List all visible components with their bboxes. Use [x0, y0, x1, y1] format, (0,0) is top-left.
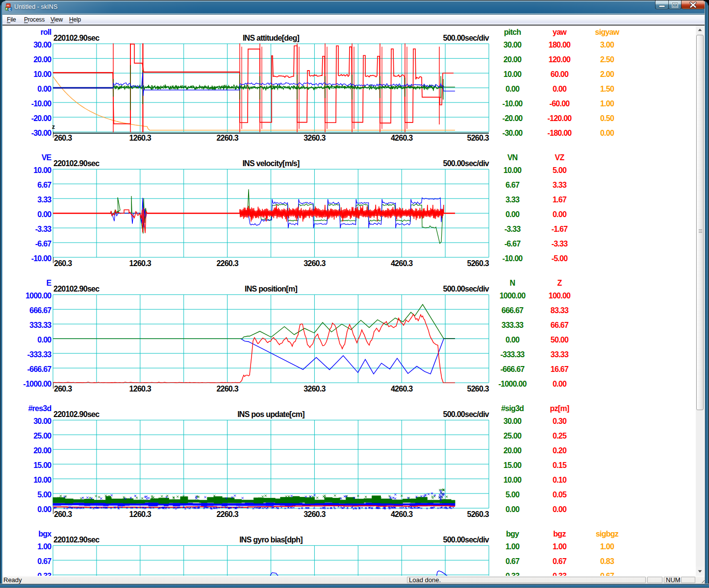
svg-text:0.00: 0.00 [506, 505, 520, 514]
svg-text:500.00sec/div: 500.00sec/div [443, 536, 489, 544]
svg-text:2.50: 2.50 [600, 55, 614, 64]
svg-text:4260.3: 4260.3 [391, 385, 413, 393]
svg-text:-3.33: -3.33 [552, 240, 568, 248]
svg-text:2260.3: 2260.3 [216, 385, 238, 393]
svg-text:0.67: 0.67 [506, 557, 520, 565]
svg-text:-1000.00: -1000.00 [23, 380, 51, 388]
svg-text:30.00: 30.00 [504, 41, 522, 49]
svg-text:500.00sec/div: 500.00sec/div [443, 285, 489, 293]
svg-text:0.00: 0.00 [37, 85, 51, 93]
svg-text:16.67: 16.67 [551, 365, 569, 373]
svg-text:50.00: 50.00 [551, 336, 569, 344]
svg-text:3.00: 3.00 [600, 41, 614, 49]
svg-text:20.00: 20.00 [504, 55, 522, 64]
svg-text:5.00: 5.00 [553, 166, 567, 174]
svg-text:1260.3: 1260.3 [129, 510, 152, 518]
svg-text:-3.33: -3.33 [35, 225, 52, 233]
svg-text:60.00: 60.00 [551, 70, 569, 78]
svg-text:15.00: 15.00 [33, 461, 51, 469]
svg-text:25.00: 25.00 [33, 432, 51, 440]
svg-text:yaw: yaw [553, 28, 567, 36]
svg-text:180.00: 180.00 [549, 41, 571, 49]
svg-text:VE: VE [42, 153, 52, 162]
svg-text:z: z [52, 123, 55, 130]
svg-text:0.00: 0.00 [553, 380, 567, 388]
svg-text:-1000.00: -1000.00 [498, 380, 527, 388]
svg-text:0.83: 0.83 [600, 557, 614, 565]
svg-text:260.3: 260.3 [54, 385, 72, 393]
svg-text:-666.67: -666.67 [500, 365, 525, 373]
svg-text:bgx: bgx [38, 530, 51, 538]
svg-text:333.33: 333.33 [29, 321, 51, 329]
svg-text:1.00: 1.00 [506, 542, 520, 551]
svg-text:0.25: 0.25 [553, 432, 567, 440]
svg-text:0.00: 0.00 [37, 210, 51, 219]
svg-text:#res3d: #res3d [28, 404, 51, 413]
svg-text:4260.3: 4260.3 [391, 510, 413, 518]
svg-text:-1.67: -1.67 [552, 225, 568, 233]
svg-text:1000.00: 1000.00 [500, 292, 526, 300]
svg-text:0.00: 0.00 [37, 336, 51, 344]
svg-text:220102.90sec: 220102.90sec [53, 410, 100, 418]
svg-text:bgy: bgy [506, 530, 519, 538]
svg-text:260.3: 260.3 [54, 510, 72, 518]
svg-text:-30.00: -30.00 [503, 129, 523, 137]
svg-text:Z: Z [557, 279, 562, 287]
svg-text:VN: VN [507, 153, 518, 162]
svg-text:-6.67: -6.67 [505, 240, 521, 248]
svg-text:0.00: 0.00 [553, 505, 567, 514]
svg-text:3.33: 3.33 [553, 181, 567, 189]
svg-text:20.00: 20.00 [33, 55, 51, 64]
svg-text:100.00: 100.00 [549, 292, 571, 300]
svg-text:INS velocity[m/s]: INS velocity[m/s] [242, 159, 300, 168]
svg-text:-20.00: -20.00 [503, 114, 523, 122]
svg-text:-20.00: -20.00 [31, 114, 52, 122]
svg-text:1.00: 1.00 [600, 542, 614, 551]
svg-text:120.00: 120.00 [549, 55, 571, 64]
svg-text:3260.3: 3260.3 [304, 259, 326, 268]
svg-text:-10.00: -10.00 [503, 254, 523, 263]
svg-text:pitch: pitch [504, 28, 521, 36]
svg-text:0.05: 0.05 [553, 490, 567, 499]
svg-text:3260.3: 3260.3 [304, 385, 326, 393]
svg-text:0.00: 0.00 [553, 85, 567, 93]
svg-text:0.10: 0.10 [553, 476, 567, 484]
svg-text:500.00sec/div: 500.00sec/div [443, 34, 489, 42]
svg-text:-10.00: -10.00 [31, 99, 52, 108]
svg-text:500.00sec/div: 500.00sec/div [443, 159, 489, 168]
svg-text:30.00: 30.00 [33, 41, 51, 49]
svg-text:1.67: 1.67 [553, 196, 567, 204]
svg-text:1.50: 1.50 [600, 85, 614, 93]
svg-text:6.67: 6.67 [37, 181, 51, 189]
svg-text:roll: roll [41, 28, 51, 36]
svg-text:15.00: 15.00 [504, 461, 522, 469]
svg-text:0.30: 0.30 [553, 417, 567, 425]
svg-text:260.3: 260.3 [54, 259, 72, 268]
svg-text:30.00: 30.00 [33, 417, 51, 425]
svg-text:N: N [510, 279, 515, 287]
svg-text:33.33: 33.33 [551, 350, 569, 359]
svg-text:-60.00: -60.00 [550, 99, 570, 108]
svg-text:0.67: 0.67 [37, 557, 51, 565]
svg-text:0.20: 0.20 [553, 446, 567, 455]
svg-text:5260.3: 5260.3 [467, 510, 489, 518]
svg-text:sigyaw: sigyaw [595, 28, 620, 36]
svg-text:1.00: 1.00 [37, 542, 51, 551]
svg-text:5.00: 5.00 [506, 490, 520, 499]
svg-text:-333.33: -333.33 [27, 350, 51, 359]
svg-text:220102.90sec: 220102.90sec [53, 536, 100, 544]
svg-text:0.00: 0.00 [506, 336, 520, 344]
svg-text:1.00: 1.00 [600, 99, 614, 108]
svg-text:66.67: 66.67 [551, 321, 569, 329]
svg-text:INS gyro bias[dph]: INS gyro bias[dph] [239, 536, 303, 544]
svg-text:-120.00: -120.00 [547, 114, 572, 122]
svg-text:0.00: 0.00 [600, 129, 614, 137]
svg-text:30.00: 30.00 [504, 417, 522, 425]
svg-text:#sig3d: #sig3d [501, 404, 524, 413]
svg-text:INS attitude[deg]: INS attitude[deg] [243, 34, 300, 42]
svg-text:-6.67: -6.67 [35, 240, 52, 248]
svg-text:20.00: 20.00 [504, 446, 522, 455]
svg-text:3.33: 3.33 [37, 196, 51, 204]
svg-text:10.00: 10.00 [504, 70, 522, 78]
svg-text:0.50: 0.50 [600, 114, 614, 122]
